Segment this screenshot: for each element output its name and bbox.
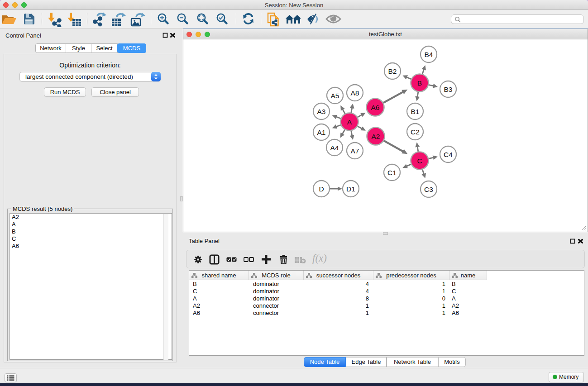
svg-text:C: C xyxy=(417,157,422,165)
svg-text:A: A xyxy=(347,118,352,126)
svg-text:D1: D1 xyxy=(346,185,355,193)
svg-text:A8: A8 xyxy=(351,89,359,97)
svg-text:B2: B2 xyxy=(388,67,397,75)
svg-text:B1: B1 xyxy=(411,108,420,115)
svg-text:C2: C2 xyxy=(411,128,420,136)
svg-text:A1: A1 xyxy=(317,129,326,136)
svg-text:A6: A6 xyxy=(371,104,380,111)
svg-text:A2: A2 xyxy=(372,133,380,140)
svg-text:B: B xyxy=(417,79,422,87)
svg-text:C4: C4 xyxy=(444,151,453,158)
svg-text:B4: B4 xyxy=(425,51,433,58)
svg-text:C1: C1 xyxy=(387,169,397,176)
svg-text:C3: C3 xyxy=(424,186,433,193)
svg-text:A4: A4 xyxy=(330,144,339,152)
svg-text:D: D xyxy=(319,185,324,193)
svg-text:A5: A5 xyxy=(331,92,339,100)
svg-text:A3: A3 xyxy=(317,108,326,115)
svg-text:A7: A7 xyxy=(351,147,359,155)
svg-text:B3: B3 xyxy=(444,86,453,93)
